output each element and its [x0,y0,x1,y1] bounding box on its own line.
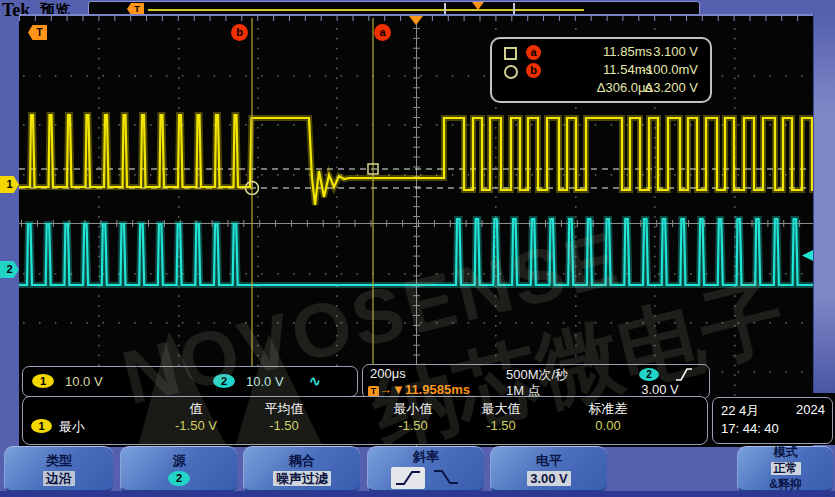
cursor-b-badge: b [231,24,248,41]
cursor-a-square-icon [504,47,517,60]
meas-name: 最小 [59,418,85,436]
cursor-a-badge: a [374,24,391,41]
record-waveform-line [148,9,584,11]
menu-source-channel-badge: 2 [168,471,190,486]
trigger-position-marker-icon [409,16,423,25]
horizontal-trigger-readout-box: 200μs T→▼11.9585ms 500M次/秒 1M 点 2 3.00 V [362,364,710,399]
meas-max: -1.50 [461,418,541,433]
channel-2-scale: 10.0 V [246,374,284,389]
ac-coupling-icon: ∿ [309,373,321,389]
menu-button-coupling[interactable]: 耦合 噪声过滤 [243,446,360,492]
meas-header-max: 最大值 [461,400,541,418]
cursor-b-badge: b [526,63,541,78]
date-label: 22 4月 [721,402,759,420]
cursor-delta-voltage: Δ3.200 V [602,80,698,95]
menu-mode-label: 模式 [774,444,798,461]
window-bracket-right-icon [513,3,515,14]
falling-slope-icon [431,467,461,490]
meas-header-stddev: 标准差 [568,400,648,418]
year-label: 2024 [796,402,825,417]
menu-button-source[interactable]: 源 2 [120,446,237,492]
meas-header-mean: 平均值 [244,400,324,418]
menu-mode-value: 正常 [771,462,801,475]
meas-channel-badge: 1 [31,419,52,433]
trigger-position-readout: T→▼11.9585ms [368,382,470,397]
oscilloscope-screen: Tek 预览 T T b a 1 2 a 11.85ms 3.100 V [0,0,835,497]
measurement-table: 值 平均值 最小值 最大值 标准差 1 最小 -1.50 V -1.50 -1.… [22,396,708,445]
menu-type-value: 边沿 [43,471,75,486]
menu-button-level[interactable]: 电平 3.00 V [490,446,607,492]
window-bracket-left-icon [444,3,446,14]
channel-2-badge: 2 [213,374,235,388]
menu-coupling-value: 噪声过滤 [273,471,331,486]
bottom-strip [0,491,835,497]
menu-coupling-label: 耦合 [289,452,315,470]
channel-2-marker: 2 [0,261,19,278]
menu-slope-label: 斜率 [413,448,439,466]
time-label: 17: 44: 40 [721,421,779,436]
trigger-source-badge: 2 [639,368,659,381]
menu-source-label: 源 [173,452,186,470]
channel-1-scale: 10.0 V [65,374,103,389]
meas-mean: -1.50 [244,418,324,433]
menu-level-label: 电平 [536,452,562,470]
meas-value: -1.50 V [156,418,236,433]
menu-button-mode[interactable]: 模式 正常 &释抑 [737,446,833,492]
channel-1-badge: 1 [32,374,54,388]
timebase-readout: 200μs [370,366,406,381]
cursor-a-badge: a [526,45,541,60]
meas-stddev: 0.00 [568,418,648,433]
trigger-level-readout: 3.00 V [625,382,695,397]
datetime-box: 22 4月 2024 17: 44: 40 [712,397,833,444]
right-bezel [813,14,835,393]
cursor-b-circle-icon [504,65,518,79]
menu-level-value: 3.00 V [527,471,571,486]
record-trigger-marker-icon [472,2,484,10]
cursor-a-voltage: 3.100 V [602,44,698,59]
channel-readout-box: 1 10.0 V 2 10.0 V ∿ [22,366,358,397]
cursor-readout-box: a 11.85ms 3.100 V b 11.54ms -100.0mV Δ30… [490,37,712,103]
meas-header-min: 最小值 [373,400,453,418]
cursor-b-voltage: -100.0mV [602,62,698,77]
menu-button-type[interactable]: 类型 边沿 [4,446,113,492]
menu-button-slope[interactable]: 斜率 [367,446,484,492]
channel-1-marker: 1 [0,176,19,193]
meas-header-value: 值 [156,400,236,418]
menu-type-label: 类型 [46,452,72,470]
rising-slope-icon [391,467,425,489]
meas-min: -1.50 [373,418,453,433]
